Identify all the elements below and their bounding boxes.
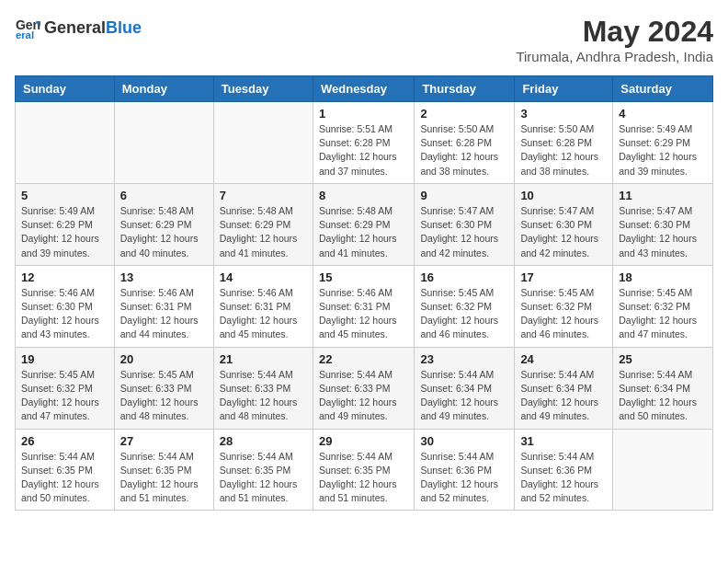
day-number: 30	[420, 434, 508, 448]
calendar-cell: 29Sunrise: 5:44 AM Sunset: 6:35 PM Dayli…	[313, 429, 414, 511]
day-number: 31	[520, 434, 607, 448]
day-info: Sunrise: 5:48 AM Sunset: 6:29 PM Dayligh…	[120, 204, 208, 260]
day-info: Sunrise: 5:44 AM Sunset: 6:35 PM Dayligh…	[21, 450, 108, 506]
calendar-week-5: 26Sunrise: 5:44 AM Sunset: 6:35 PM Dayli…	[16, 429, 713, 511]
calendar-week-2: 5Sunrise: 5:49 AM Sunset: 6:29 PM Daylig…	[16, 183, 713, 265]
day-number: 20	[120, 352, 208, 366]
svg-text:eral: eral	[16, 29, 34, 40]
day-info: Sunrise: 5:47 AM Sunset: 6:30 PM Dayligh…	[520, 204, 607, 260]
calendar-cell: 15Sunrise: 5:46 AM Sunset: 6:31 PM Dayli…	[313, 265, 414, 347]
calendar-cell: 20Sunrise: 5:45 AM Sunset: 6:33 PM Dayli…	[114, 347, 213, 429]
day-number: 14	[220, 270, 307, 284]
day-info: Sunrise: 5:44 AM Sunset: 6:33 PM Dayligh…	[319, 368, 408, 424]
header: Gen eral GeneralBlue May 2024 Tirumala, …	[15, 15, 713, 64]
weekday-header-sunday: Sunday	[16, 76, 115, 102]
calendar-cell: 26Sunrise: 5:44 AM Sunset: 6:35 PM Dayli…	[16, 429, 115, 511]
calendar-cell: 7Sunrise: 5:48 AM Sunset: 6:29 PM Daylig…	[213, 183, 313, 265]
calendar-cell: 13Sunrise: 5:46 AM Sunset: 6:31 PM Dayli…	[114, 265, 213, 347]
calendar-cell: 9Sunrise: 5:47 AM Sunset: 6:30 PM Daylig…	[415, 183, 515, 265]
calendar-cell: 8Sunrise: 5:48 AM Sunset: 6:29 PM Daylig…	[313, 183, 414, 265]
location: Tirumala, Andhra Pradesh, India	[516, 49, 713, 64]
calendar-cell: 23Sunrise: 5:44 AM Sunset: 6:34 PM Dayli…	[415, 347, 515, 429]
calendar-cell: 16Sunrise: 5:45 AM Sunset: 6:32 PM Dayli…	[415, 265, 515, 347]
day-info: Sunrise: 5:47 AM Sunset: 6:30 PM Dayligh…	[420, 204, 508, 260]
calendar-week-1: 1Sunrise: 5:51 AM Sunset: 6:28 PM Daylig…	[16, 102, 713, 184]
calendar-cell: 28Sunrise: 5:44 AM Sunset: 6:35 PM Dayli…	[213, 429, 313, 511]
day-number: 19	[21, 352, 108, 366]
logo-icon: Gen eral	[15, 15, 40, 40]
calendar-week-4: 19Sunrise: 5:45 AM Sunset: 6:32 PM Dayli…	[16, 347, 713, 429]
day-number: 11	[619, 189, 707, 202]
day-number: 5	[21, 189, 108, 202]
day-info: Sunrise: 5:44 AM Sunset: 6:36 PM Dayligh…	[420, 450, 508, 506]
day-info: Sunrise: 5:45 AM Sunset: 6:32 PM Dayligh…	[520, 286, 607, 342]
day-info: Sunrise: 5:44 AM Sunset: 6:35 PM Dayligh…	[120, 450, 208, 506]
calendar-cell: 27Sunrise: 5:44 AM Sunset: 6:35 PM Dayli…	[114, 429, 213, 511]
calendar-cell: 21Sunrise: 5:44 AM Sunset: 6:33 PM Dayli…	[213, 347, 313, 429]
day-number: 23	[420, 352, 508, 366]
day-number: 13	[120, 270, 208, 284]
calendar-cell: 31Sunrise: 5:44 AM Sunset: 6:36 PM Dayli…	[515, 429, 613, 511]
day-info: Sunrise: 5:47 AM Sunset: 6:30 PM Dayligh…	[619, 204, 707, 260]
calendar-cell: 19Sunrise: 5:45 AM Sunset: 6:32 PM Dayli…	[16, 347, 115, 429]
day-number: 27	[120, 434, 208, 448]
day-number: 16	[420, 270, 508, 284]
calendar-cell: 25Sunrise: 5:44 AM Sunset: 6:34 PM Dayli…	[613, 347, 713, 429]
calendar-cell: 17Sunrise: 5:45 AM Sunset: 6:32 PM Dayli…	[515, 265, 613, 347]
day-info: Sunrise: 5:44 AM Sunset: 6:34 PM Dayligh…	[619, 368, 707, 424]
day-number: 9	[420, 189, 508, 202]
calendar-cell: 14Sunrise: 5:46 AM Sunset: 6:31 PM Dayli…	[213, 265, 313, 347]
day-number: 26	[21, 434, 108, 448]
day-info: Sunrise: 5:45 AM Sunset: 6:32 PM Dayligh…	[21, 368, 108, 424]
calendar-cell: 5Sunrise: 5:49 AM Sunset: 6:29 PM Daylig…	[16, 183, 115, 265]
calendar-cell: 24Sunrise: 5:44 AM Sunset: 6:34 PM Dayli…	[515, 347, 613, 429]
day-number: 25	[619, 352, 707, 366]
day-info: Sunrise: 5:51 AM Sunset: 6:28 PM Dayligh…	[319, 122, 408, 178]
day-info: Sunrise: 5:46 AM Sunset: 6:31 PM Dayligh…	[220, 286, 307, 342]
day-info: Sunrise: 5:44 AM Sunset: 6:34 PM Dayligh…	[420, 368, 508, 424]
day-number: 2	[420, 107, 508, 121]
weekday-header-wednesday: Wednesday	[313, 76, 414, 102]
day-number: 28	[220, 434, 307, 448]
day-number: 21	[220, 352, 307, 366]
day-info: Sunrise: 5:48 AM Sunset: 6:29 PM Dayligh…	[319, 204, 408, 260]
calendar-cell: 1Sunrise: 5:51 AM Sunset: 6:28 PM Daylig…	[313, 102, 414, 184]
day-number: 29	[319, 434, 408, 448]
day-info: Sunrise: 5:44 AM Sunset: 6:35 PM Dayligh…	[319, 450, 408, 506]
title-area: May 2024 Tirumala, Andhra Pradesh, India	[516, 15, 713, 64]
weekday-header-tuesday: Tuesday	[213, 76, 313, 102]
day-number: 12	[21, 270, 108, 284]
day-number: 7	[220, 189, 307, 202]
day-info: Sunrise: 5:44 AM Sunset: 6:36 PM Dayligh…	[520, 450, 607, 506]
day-number: 24	[520, 352, 607, 366]
logo-text-general: General	[44, 18, 106, 37]
calendar-cell: 30Sunrise: 5:44 AM Sunset: 6:36 PM Dayli…	[415, 429, 515, 511]
calendar-cell: 4Sunrise: 5:49 AM Sunset: 6:29 PM Daylig…	[613, 102, 713, 184]
day-number: 8	[319, 189, 408, 202]
logo: Gen eral GeneralBlue	[15, 15, 142, 40]
day-info: Sunrise: 5:44 AM Sunset: 6:35 PM Dayligh…	[220, 450, 307, 506]
weekday-header-monday: Monday	[114, 76, 213, 102]
calendar-body: 1Sunrise: 5:51 AM Sunset: 6:28 PM Daylig…	[16, 102, 713, 511]
calendar-cell: 12Sunrise: 5:46 AM Sunset: 6:30 PM Dayli…	[16, 265, 115, 347]
day-number: 10	[520, 189, 607, 202]
day-number: 4	[619, 107, 707, 121]
day-number: 6	[120, 189, 208, 202]
day-info: Sunrise: 5:46 AM Sunset: 6:30 PM Dayligh…	[21, 286, 108, 342]
day-info: Sunrise: 5:48 AM Sunset: 6:29 PM Dayligh…	[220, 204, 307, 260]
month-year: May 2024	[516, 15, 713, 49]
day-info: Sunrise: 5:46 AM Sunset: 6:31 PM Dayligh…	[120, 286, 208, 342]
logo-text-blue: Blue	[106, 18, 142, 37]
day-info: Sunrise: 5:45 AM Sunset: 6:33 PM Dayligh…	[120, 368, 208, 424]
day-info: Sunrise: 5:49 AM Sunset: 6:29 PM Dayligh…	[619, 122, 707, 178]
calendar-cell	[114, 102, 213, 184]
calendar-cell: 3Sunrise: 5:50 AM Sunset: 6:28 PM Daylig…	[515, 102, 613, 184]
day-info: Sunrise: 5:46 AM Sunset: 6:31 PM Dayligh…	[319, 286, 408, 342]
day-info: Sunrise: 5:49 AM Sunset: 6:29 PM Dayligh…	[21, 204, 108, 260]
calendar-cell: 18Sunrise: 5:45 AM Sunset: 6:32 PM Dayli…	[613, 265, 713, 347]
day-number: 3	[520, 107, 607, 121]
day-info: Sunrise: 5:45 AM Sunset: 6:32 PM Dayligh…	[619, 286, 707, 342]
calendar-cell: 22Sunrise: 5:44 AM Sunset: 6:33 PM Dayli…	[313, 347, 414, 429]
calendar-cell: 11Sunrise: 5:47 AM Sunset: 6:30 PM Dayli…	[613, 183, 713, 265]
calendar-cell: 6Sunrise: 5:48 AM Sunset: 6:29 PM Daylig…	[114, 183, 213, 265]
